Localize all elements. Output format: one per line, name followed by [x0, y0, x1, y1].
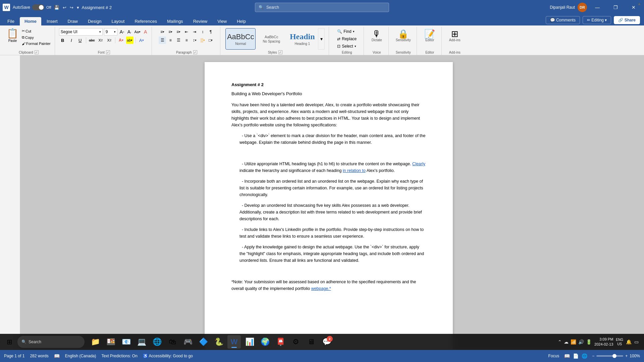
styles-more-button[interactable]: ▾	[318, 28, 325, 50]
tab-layout[interactable]: Layout	[107, 17, 129, 25]
wifi-icon[interactable]: 📶	[571, 339, 576, 345]
share-button[interactable]: 🔗 Share	[614, 16, 640, 24]
numbering-button[interactable]: ≡▾	[167, 28, 174, 36]
minimize-button[interactable]: —	[590, 2, 605, 13]
avatar[interactable]: DR	[578, 3, 587, 12]
italic-button[interactable]: I	[68, 37, 75, 44]
taskbar-word[interactable]: W	[227, 335, 241, 349]
strikethrough-button[interactable]: abc	[88, 37, 96, 44]
customize-icon[interactable]: ▾	[77, 5, 79, 10]
font-color-button[interactable]: A▾	[117, 37, 125, 44]
align-center-button[interactable]: ≡	[167, 37, 174, 44]
scrollbar-right[interactable]	[637, 55, 644, 349]
replace-button[interactable]: ⇄ Replace	[334, 36, 359, 42]
style-heading1[interactable]: Headin Heading 1	[287, 28, 317, 50]
tab-view[interactable]: View	[213, 17, 231, 25]
styles-expand[interactable]: ⤢	[278, 50, 282, 54]
notification-center-icon[interactable]: 🔔	[626, 339, 632, 345]
highlight-button[interactable]: ab▾	[126, 37, 133, 44]
restore-button[interactable]: ❐	[608, 2, 623, 13]
paragraph-expand[interactable]: ⤢	[193, 50, 197, 54]
bold-button[interactable]: B	[59, 37, 66, 44]
redo-icon[interactable]: ↪	[70, 5, 73, 10]
view-read-icon[interactable]: 📖	[563, 352, 571, 360]
style-no-spacing[interactable]: AaBbCc No Spacing	[256, 28, 286, 50]
clipboard-expand[interactable]: ⤢	[35, 50, 39, 54]
taskbar-powerpoint[interactable]: 📊	[243, 335, 256, 349]
taskbar-teams2[interactable]: 🔷	[197, 335, 210, 349]
chevron-up-icon[interactable]: ⌃	[558, 339, 562, 345]
justify-button[interactable]: ≡	[183, 37, 190, 44]
show-para-button[interactable]: ¶	[207, 28, 214, 36]
font-name-selector[interactable]: Segoe UI ▾	[59, 28, 103, 36]
start-button[interactable]: ⊞	[3, 335, 16, 349]
format-painter-button[interactable]: 🖌 Format Painter	[20, 41, 52, 46]
borders-button[interactable]: □▾	[207, 37, 214, 44]
editing-button[interactable]: ✏ Editing ▾	[583, 16, 611, 24]
view-print-icon[interactable]: 📄	[572, 352, 579, 360]
dictate-button[interactable]: 🎙 Dictate	[370, 28, 384, 43]
autosave-toggle[interactable]	[32, 4, 44, 10]
tab-insert[interactable]: Insert	[42, 17, 62, 25]
font-size-selector[interactable]: 9 ▾	[104, 28, 117, 36]
clear-formatting-button[interactable]: A	[142, 28, 149, 35]
editor-button[interactable]: 📝 Editor	[422, 28, 437, 43]
read-mode-icon[interactable]: 📖	[54, 353, 60, 359]
taskbar-store[interactable]: 🛍	[166, 335, 179, 349]
multilevel-button[interactable]: ≡▾	[175, 28, 182, 36]
taskbar-app15[interactable]: 🖥	[305, 335, 318, 349]
paste-button[interactable]: 📋 Paste	[5, 28, 20, 43]
sensitivity-button[interactable]: 🔒 Sensitivity	[394, 28, 413, 43]
show-desktop-icon[interactable]: ▭	[634, 339, 639, 345]
taskbar-file-explorer[interactable]: 📁	[89, 335, 102, 349]
view-web-icon[interactable]: 🌐	[581, 352, 588, 360]
decrease-indent-button[interactable]: ⇤	[183, 28, 190, 36]
font-expand[interactable]: ⤢	[106, 50, 110, 54]
tab-design[interactable]: Design	[83, 17, 106, 25]
taskbar-whatsapp[interactable]: 💬 2	[320, 335, 333, 349]
cut-button[interactable]: ✂ Cut	[20, 28, 52, 34]
taskbar-settings[interactable]: ⚙	[289, 335, 303, 349]
cloud-icon[interactable]: ☁	[564, 339, 569, 345]
shading-button[interactable]: ▒▾	[199, 37, 206, 44]
comments-button[interactable]: 💬 Comments	[546, 16, 580, 24]
battery-icon[interactable]: 🔋	[586, 339, 592, 345]
increase-indent-button[interactable]: ⇥	[191, 28, 198, 36]
style-normal[interactable]: AaBbCc Normal	[225, 28, 256, 50]
font-decrease-button[interactable]: A-	[126, 28, 133, 35]
select-button[interactable]: ⊡ Select ▾	[334, 43, 359, 50]
tab-file[interactable]: File	[3, 17, 19, 25]
speaker-icon[interactable]: 🔊	[578, 339, 584, 345]
zoom-in-button[interactable]: +	[625, 354, 628, 358]
addins-button[interactable]: ⊞ Add-ins	[447, 28, 463, 43]
focus-button[interactable]: Focus	[548, 354, 559, 358]
taskbar-pycharm[interactable]: 🐍	[212, 335, 225, 349]
taskbar-app7[interactable]: 🎮	[181, 335, 195, 349]
undo-icon[interactable]: ↩	[63, 5, 66, 10]
zoom-slider[interactable]	[596, 355, 623, 357]
line-spacing-button[interactable]: ↕▾	[191, 37, 198, 44]
document-main[interactable]: Assignment # 2 Building a Web Developer'…	[20, 55, 637, 349]
find-button[interactable]: 🔍 Find ▾	[334, 28, 357, 35]
tab-references[interactable]: References	[130, 17, 161, 25]
taskbar-search[interactable]: 🔍 Search	[17, 336, 85, 348]
save-icon[interactable]: 💾	[54, 5, 59, 10]
tab-draw[interactable]: Draw	[63, 17, 83, 25]
ribbon-collapse-button[interactable]: ▲	[637, 1, 641, 6]
taskbar-chrome[interactable]: 🌍	[258, 335, 272, 349]
zoom-out-button[interactable]: −	[592, 354, 594, 358]
copy-button[interactable]: ⧉ Copy	[20, 35, 52, 40]
tab-home[interactable]: Home	[20, 17, 41, 25]
clock[interactable]: 3:09 PM 2024-02-13	[594, 337, 613, 347]
tab-help[interactable]: Help	[232, 17, 251, 25]
accessibility[interactable]: ♿ Accessibility: Good to go	[143, 354, 193, 358]
search-bar[interactable]: 🔍 Search	[255, 3, 389, 12]
tab-mailings[interactable]: Mailings	[162, 17, 188, 25]
superscript-button[interactable]: X2	[106, 37, 113, 44]
taskbar-app3[interactable]: 📧	[119, 335, 133, 349]
font-increase-button[interactable]: A+	[119, 28, 125, 35]
align-left-button[interactable]: ☰	[159, 37, 166, 44]
bullets-button[interactable]: ≡▾	[159, 28, 166, 36]
align-right-button[interactable]: ☰	[175, 37, 182, 44]
taskbar-teams[interactable]: 💻	[135, 335, 148, 349]
